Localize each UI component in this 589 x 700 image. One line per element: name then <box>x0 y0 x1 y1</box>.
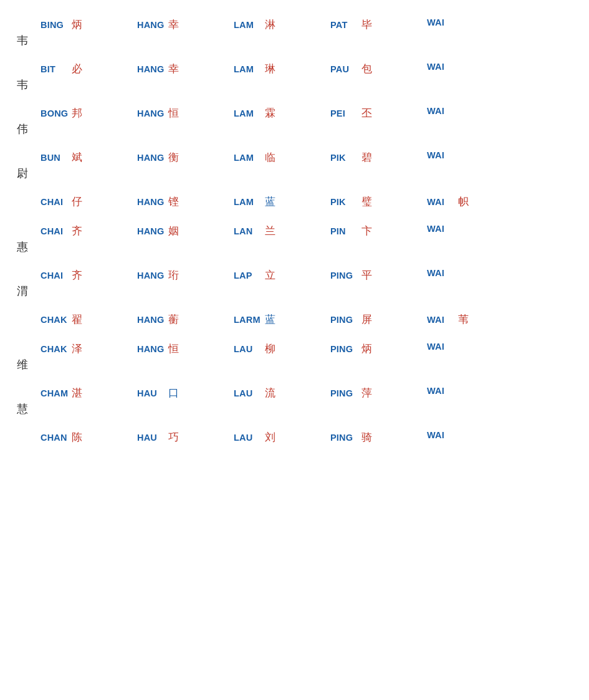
main-content: BING炳HANG幸LAM淋PAT毕WAI韦BIT必HANG幸LAM琳PAU包W… <box>0 0 589 466</box>
chinese-label: 蓝 <box>265 194 280 209</box>
chinese-label: 恒 <box>168 106 183 120</box>
chinese-label: 仔 <box>72 194 87 209</box>
chinese-label: 泽 <box>72 342 87 356</box>
chinese-label: 霖 <box>265 106 280 120</box>
romanization-label: PING <box>330 433 360 443</box>
entry-pair: LAP立 <box>234 268 330 282</box>
entry-pair: WAI <box>427 430 524 444</box>
side-character: 渭 <box>17 284 28 299</box>
romanization-label: CHAK <box>41 315 70 325</box>
side-character: 韦 <box>17 33 28 48</box>
chinese-label: 蘅 <box>168 312 183 327</box>
romanization-label: WAI <box>427 62 457 72</box>
entry-pair: HANG姻 <box>137 224 234 238</box>
entry-pair: CHAI齐 <box>41 268 137 282</box>
romanization-label: PIK <box>330 153 360 163</box>
romanization-label: LAM <box>234 108 264 118</box>
chinese-label: 苇 <box>458 312 473 327</box>
chinese-label: 铿 <box>168 194 183 209</box>
entry-pair: LAU柳 <box>234 342 330 356</box>
table-row: CHAI齐HANG珩LAP立PING平WAI渭 <box>9 263 580 305</box>
table-row: BUN斌HANG衡LAM临PIK碧WAI尉 <box>9 145 580 187</box>
entry-pair: HANG衡 <box>137 150 234 165</box>
entry-pair: PING炳 <box>330 342 427 356</box>
chinese-label: 柳 <box>265 342 280 356</box>
romanization-label: WAI <box>427 268 457 278</box>
entry-pair: PING屏 <box>330 312 427 327</box>
romanization-label: WAI <box>427 150 457 160</box>
entry-pair: CHAI仔 <box>41 194 137 209</box>
chinese-label: 碧 <box>362 150 376 165</box>
romanization-label: WAI <box>427 106 457 116</box>
entry-pair: HANG蘅 <box>137 312 234 327</box>
entry-pair: LARM蓝 <box>234 312 330 327</box>
entry-pair: LAN兰 <box>234 224 330 238</box>
entry-pair: CHAM湛 <box>41 386 137 400</box>
entry-pair: PIN卞 <box>330 224 427 238</box>
romanization-label: LAP <box>234 271 264 280</box>
romanization-label: PAT <box>330 20 360 30</box>
chinese-label: 毕 <box>362 17 376 32</box>
table-row: CHAN陈HAU巧LAU刘PING骑WAI <box>9 425 580 451</box>
entry-pair: PIK碧 <box>330 150 427 165</box>
romanization-label: LAU <box>234 344 264 354</box>
romanization-label: LAM <box>234 197 264 207</box>
romanization-label: PIN <box>330 226 360 236</box>
entry-pair: LAM霖 <box>234 106 330 120</box>
chinese-label: 璧 <box>362 194 376 209</box>
romanization-label: LAM <box>234 20 264 30</box>
chinese-label: 恒 <box>168 342 183 356</box>
entry-pair: WAI <box>427 62 524 76</box>
entry-pair: HANG铿 <box>137 194 234 209</box>
entry-pair: PING平 <box>330 268 427 282</box>
entry-pair: WAI <box>427 106 524 120</box>
entry-pair: LAM临 <box>234 150 330 165</box>
chinese-label: 卞 <box>362 224 376 238</box>
romanization-label: CHAK <box>41 344 70 354</box>
romanization-label: LAN <box>234 226 264 236</box>
romanization-label: WAI <box>427 197 457 207</box>
entry-pair: WAI苇 <box>427 312 524 327</box>
entry-pair: BING炳 <box>41 17 137 32</box>
chinese-label: 骑 <box>362 430 376 444</box>
side-character: 慧 <box>17 401 28 416</box>
chinese-label: 淋 <box>265 17 280 32</box>
romanization-label: CHAI <box>41 226 70 236</box>
romanization-label: PING <box>330 344 360 354</box>
chinese-label: 必 <box>72 62 87 76</box>
chinese-label: 口 <box>168 386 183 400</box>
entry-pair: HAU口 <box>137 386 234 400</box>
romanization-label: WAI <box>427 386 457 396</box>
chinese-label: 平 <box>362 268 376 282</box>
romanization-label: LAU <box>234 433 264 443</box>
side-character: 尉 <box>17 166 28 181</box>
chinese-label: 幸 <box>168 17 183 32</box>
chinese-label: 姻 <box>168 224 183 238</box>
romanization-label: HANG <box>137 226 167 236</box>
romanization-label: HANG <box>137 197 167 207</box>
entry-pair: WAI <box>427 150 524 165</box>
entry-pair: LAM琳 <box>234 62 330 76</box>
entry-pair: HANG恒 <box>137 342 234 356</box>
romanization-label: BIT <box>41 64 70 74</box>
side-character: 维 <box>17 357 28 372</box>
chinese-label: 齐 <box>72 268 87 282</box>
chinese-label: 邦 <box>72 106 87 120</box>
chinese-label: 临 <box>265 150 280 165</box>
entry-pair: HANG恒 <box>137 106 234 120</box>
chinese-label: 炳 <box>72 17 87 32</box>
romanization-label: LAM <box>234 153 264 163</box>
entry-pair: WAI <box>427 224 524 238</box>
side-character: 伟 <box>17 122 28 137</box>
table-row: CHAI仔HANG铿LAM蓝PIK璧WAI帜 <box>9 189 580 216</box>
entry-pair: PING萍 <box>330 386 427 400</box>
entry-pair: BUN斌 <box>41 150 137 165</box>
romanization-label: HANG <box>137 20 167 30</box>
romanization-label: HAU <box>137 388 167 398</box>
chinese-label: 刘 <box>265 430 280 444</box>
romanization-label: HANG <box>137 153 167 163</box>
side-character: 惠 <box>17 239 28 254</box>
chinese-label: 蓝 <box>265 312 280 327</box>
romanization-label: LAM <box>234 64 264 74</box>
chinese-label: 陈 <box>72 430 87 444</box>
